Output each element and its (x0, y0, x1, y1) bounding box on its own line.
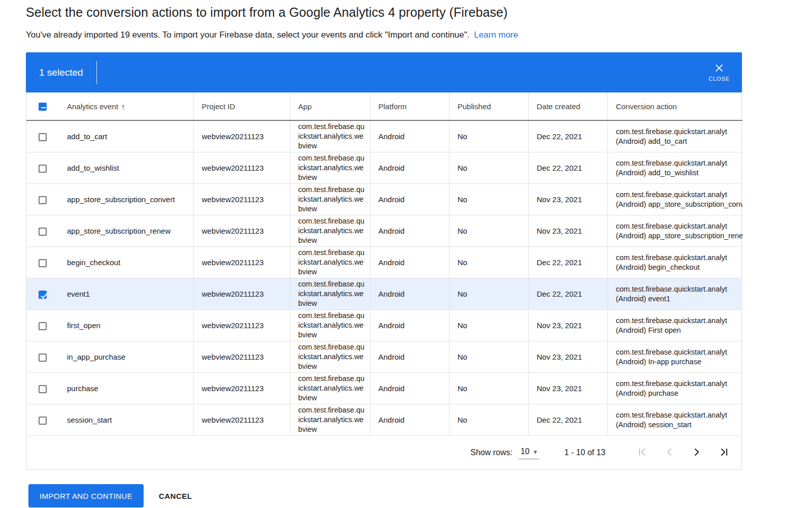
row-checkbox[interactable] (39, 291, 47, 299)
table-row: purchase webview20211123 com.test.fireba… (26, 373, 742, 404)
column-header-app: App (290, 92, 370, 120)
cell-published: No (449, 341, 528, 373)
cell-platform: Android (370, 404, 449, 436)
conversion-action-line1: com.test.firebase.quickstart.analyt (616, 379, 743, 389)
row-checkbox[interactable] (39, 259, 47, 267)
cell-analytics-event: add_to_wishlist (59, 152, 193, 184)
cell-platform: Android (370, 310, 449, 341)
conversion-action-line1: com.test.firebase.quickstart.analyt (616, 347, 743, 357)
conversion-action-line2: (Android) app_store_subscription_renew (616, 231, 743, 241)
events-table: Analytics event↑ Project ID App Platform… (26, 92, 742, 436)
cell-conversion-action: com.test.firebase.quickstart.analyt (And… (607, 120, 742, 152)
cell-app: com.test.firebase.quickstart.analytics.w… (290, 247, 370, 278)
import-and-continue-button[interactable]: IMPORT AND CONTINUE (28, 484, 144, 507)
cell-project-id: webview20211123 (193, 404, 290, 436)
show-rows-select[interactable]: 10 ▾ (519, 446, 539, 459)
row-checkbox[interactable] (39, 196, 47, 204)
cell-conversion-action: com.test.firebase.quickstart.analyt (And… (607, 152, 742, 184)
dialog-actions: IMPORT AND CONTINUE CANCEL (26, 484, 812, 507)
previous-page-button (659, 442, 680, 463)
cell-project-id: webview20211123 (193, 184, 290, 215)
cell-date-created: Dec 22, 2021 (528, 120, 607, 152)
cell-app: com.test.firebase.quickstart.analytics.w… (290, 373, 370, 404)
row-checkbox[interactable] (39, 322, 47, 330)
selected-count: 1 selected (26, 67, 83, 78)
conversion-action-line1: com.test.firebase.quickstart.analyt (616, 158, 743, 168)
table-row: event1 webview20211123 com.test.firebase… (26, 278, 742, 310)
cell-conversion-action: com.test.firebase.quickstart.analyt (And… (607, 341, 742, 373)
cell-project-id: webview20211123 (193, 215, 290, 247)
column-header-conversion-action: Conversion action (607, 92, 742, 120)
pagination-range: 1 - 10 of 13 (564, 448, 605, 457)
cell-analytics-event: begin_checkout (59, 247, 193, 278)
conversion-action-line2: (Android) purchase (616, 389, 743, 398)
close-button[interactable]: CLOSE (704, 61, 734, 84)
cell-date-created: Dec 22, 2021 (528, 247, 607, 278)
close-icon (714, 63, 724, 73)
cell-platform: Android (370, 152, 449, 184)
cell-conversion-action: com.test.firebase.quickstart.analyt (And… (607, 404, 742, 436)
cell-project-id: webview20211123 (193, 120, 290, 152)
row-checkbox[interactable] (39, 165, 47, 173)
cell-project-id: webview20211123 (193, 152, 290, 184)
cell-platform: Android (370, 120, 449, 152)
learn-more-link[interactable]: Learn more (474, 30, 518, 40)
select-all-checkbox[interactable] (39, 103, 47, 111)
row-checkbox[interactable] (39, 228, 47, 236)
cell-published: No (449, 310, 528, 341)
conversion-action-line2: (Android) app_store_subscription_convert (616, 200, 743, 209)
cell-conversion-action: com.test.firebase.quickstart.analyt (And… (607, 278, 742, 310)
cell-published: No (449, 247, 528, 278)
conversion-action-line1: com.test.firebase.quickstart.analyt (616, 253, 743, 263)
cell-date-created: Nov 23, 2021 (528, 373, 607, 404)
cell-published: No (449, 120, 528, 152)
cell-app: com.test.firebase.quickstart.analytics.w… (290, 120, 370, 152)
cell-date-created: Dec 22, 2021 (528, 404, 607, 436)
chevron-right-icon (691, 446, 703, 460)
cell-platform: Android (370, 247, 449, 278)
cell-app: com.test.firebase.quickstart.analytics.w… (290, 404, 370, 436)
chevron-down-icon: ▾ (534, 448, 537, 456)
cancel-button[interactable]: CANCEL (159, 492, 192, 500)
conversion-action-line1: com.test.firebase.quickstart.analyt (616, 284, 743, 294)
cell-analytics-event: session_start (59, 404, 193, 436)
next-page-button[interactable] (687, 442, 707, 463)
cell-analytics-event: in_app_purchase (59, 341, 193, 373)
cell-platform: Android (370, 215, 449, 247)
cell-app: com.test.firebase.quickstart.analytics.w… (290, 215, 370, 247)
cell-project-id: webview20211123 (193, 373, 290, 404)
last-page-button[interactable] (714, 442, 734, 463)
row-checkbox[interactable] (39, 385, 47, 393)
conversion-action-line2: (Android) session_start (616, 420, 743, 430)
last-page-icon (718, 446, 730, 460)
cell-project-id: webview20211123 (193, 278, 290, 310)
first-page-icon (636, 446, 648, 460)
table-row: add_to_cart webview20211123 com.test.fir… (26, 120, 742, 152)
cell-app: com.test.firebase.quickstart.analytics.w… (290, 152, 370, 184)
row-checkbox[interactable] (39, 417, 47, 425)
column-label: Analytics event (67, 102, 118, 111)
selection-bar: 1 selected CLOSE (26, 52, 742, 92)
column-header-analytics-event[interactable]: Analytics event↑ (59, 92, 193, 120)
cell-platform: Android (370, 373, 449, 404)
cell-date-created: Dec 22, 2021 (528, 278, 607, 310)
cell-published: No (449, 215, 528, 247)
cell-platform: Android (370, 341, 449, 373)
cell-date-created: Nov 23, 2021 (528, 341, 607, 373)
row-checkbox[interactable] (39, 133, 47, 141)
table-row: add_to_wishlist webview20211123 com.test… (26, 152, 742, 184)
cell-project-id: webview20211123 (193, 341, 290, 373)
column-header-date-created: Date created (528, 92, 607, 120)
row-checkbox[interactable] (39, 354, 47, 362)
cell-analytics-event: app_store_subscription_renew (59, 215, 193, 247)
cell-app: com.test.firebase.quickstart.analytics.w… (290, 310, 370, 341)
cell-published: No (449, 373, 528, 404)
events-table-wrap: Analytics event↑ Project ID App Platform… (26, 92, 742, 470)
show-rows-value: 10 (521, 447, 530, 456)
cell-published: No (449, 152, 528, 184)
selection-bar-divider (96, 61, 97, 84)
conversion-action-line1: com.test.firebase.quickstart.analyt (616, 127, 743, 137)
cell-date-created: Nov 23, 2021 (528, 310, 607, 341)
page-subtitle: You've already imported 19 events. To im… (26, 30, 812, 40)
cell-date-created: Nov 23, 2021 (528, 184, 607, 215)
